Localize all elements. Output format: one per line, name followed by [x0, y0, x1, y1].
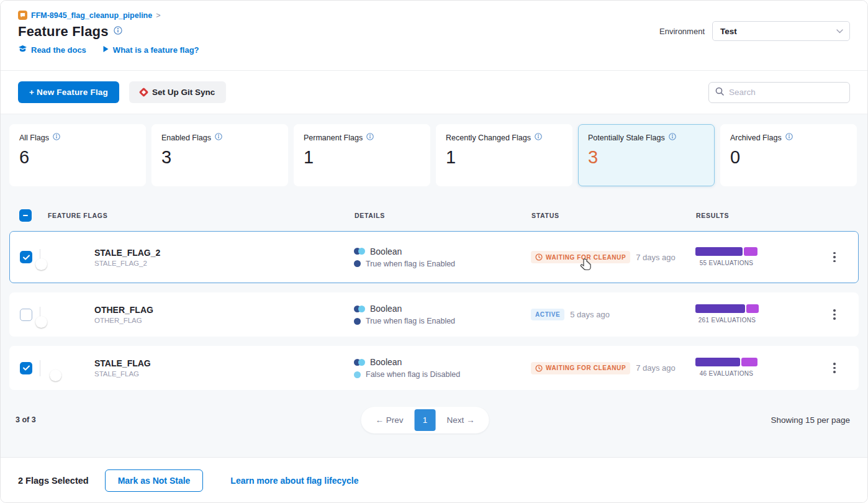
- breadcrumb-separator: >: [156, 11, 160, 20]
- stat-label: All Flags: [19, 134, 49, 142]
- row-checkbox[interactable]: [20, 362, 32, 374]
- stat-value: 3: [588, 147, 705, 168]
- search-icon: [715, 87, 724, 98]
- status-age: 7 days ago: [636, 253, 676, 262]
- info-icon[interactable]: [366, 133, 374, 142]
- stat-card-permanent-flags[interactable]: Permanent Flags 1: [294, 124, 430, 186]
- stat-label: Recently Changed Flags: [446, 134, 531, 142]
- stat-card-enabled-flags[interactable]: Enabled Flags 3: [151, 124, 288, 186]
- variation-dot: [354, 371, 361, 378]
- variation-dot: [354, 318, 361, 325]
- pager: ← Prev 1 Next →: [361, 407, 489, 433]
- stat-label: Potentially Stale Flags: [588, 134, 665, 142]
- stats-row: All Flags 6 Enabled Flags 3 Permanent Fl…: [9, 124, 859, 186]
- mark-not-stale-button[interactable]: Mark as Not Stale: [105, 469, 204, 492]
- table-row-other-flag[interactable]: OTHER_FLAG OTHER_FLAG Boolean True when …: [9, 292, 859, 337]
- stat-card-recently-changed-flags[interactable]: Recently Changed Flags 1: [436, 124, 572, 186]
- read-docs-label: Read the docs: [31, 45, 86, 55]
- row-count: 3 of 3: [16, 415, 36, 424]
- boolean-icon: [354, 306, 365, 312]
- evaluations-chart: 46 EVALUATIONS: [695, 358, 757, 377]
- selected-count: 2 Flags Selected: [18, 476, 89, 486]
- play-icon: [102, 45, 109, 55]
- flag-id: OTHER_FLAG: [94, 317, 354, 324]
- row-menu-button[interactable]: [826, 248, 843, 266]
- search-input[interactable]: [729, 88, 843, 97]
- environment-label: Environment: [659, 27, 705, 36]
- row-menu-button[interactable]: [826, 360, 843, 377]
- status-badge[interactable]: WAITING FOR CLEANUP: [531, 362, 630, 374]
- stat-value: 6: [19, 147, 136, 168]
- flag-name[interactable]: STALE_FLAG: [94, 358, 354, 368]
- git-sync-icon: [139, 88, 149, 97]
- info-icon[interactable]: [53, 133, 60, 142]
- flag-lifecycle-link[interactable]: Learn more about flag lifecycle: [230, 476, 358, 486]
- page-1-button[interactable]: 1: [415, 409, 436, 431]
- evaluations-chart: 261 EVALUATIONS: [695, 304, 759, 324]
- select-all-checkbox[interactable]: [19, 209, 32, 222]
- flag-variation: True when flag is Enabled: [366, 260, 455, 268]
- table-row-stale-flag[interactable]: STALE_FLAG STALE_FLAG Boolean False when…: [9, 346, 859, 390]
- flag-id: STALE_FLAG: [94, 370, 354, 378]
- clock-icon: [535, 253, 543, 261]
- flag-name[interactable]: STALE_FLAG_2: [94, 248, 354, 258]
- prev-page-button[interactable]: ← Prev: [364, 410, 415, 430]
- status-label: WAITING FOR CLEANUP: [546, 254, 626, 261]
- stat-value: 1: [446, 147, 563, 168]
- row-checkbox[interactable]: [20, 251, 32, 263]
- row-menu-button[interactable]: [826, 306, 843, 324]
- flag-type: Boolean: [370, 357, 402, 367]
- breadcrumb[interactable]: FFM-8945_flag_cleanup_pipeline >: [18, 11, 850, 20]
- variation-dot: [354, 260, 361, 267]
- new-feature-flag-button[interactable]: + New Feature Flag: [18, 81, 119, 103]
- git-sync-label: Set Up Git Sync: [152, 88, 215, 97]
- per-page-label: Showing 15 per page: [771, 415, 850, 425]
- column-header-details: DETAILS: [355, 212, 531, 219]
- stat-label: Permanent Flags: [304, 134, 363, 142]
- divider: [40, 360, 40, 376]
- stat-value: 3: [161, 147, 278, 168]
- flag-variation: False when flag is Disabled: [366, 370, 460, 379]
- row-checkbox[interactable]: [20, 309, 32, 321]
- evaluations-label: 46 EVALUATIONS: [695, 370, 757, 377]
- info-icon[interactable]: [215, 133, 222, 142]
- what-is-flag-link[interactable]: What is a feature flag?: [102, 45, 199, 55]
- status-label: ACTIVE: [535, 311, 560, 318]
- flag-variation: True when flag is Enabled: [366, 317, 455, 325]
- stat-card-all-flags[interactable]: All Flags 6: [9, 124, 146, 186]
- title-info-icon[interactable]: [114, 26, 122, 37]
- page-title: Feature Flags: [18, 24, 109, 40]
- environment-select[interactable]: Test: [712, 21, 850, 41]
- boolean-icon: [354, 248, 365, 255]
- status-badge[interactable]: WAITING FOR CLEANUP: [531, 251, 630, 263]
- clock-icon: [535, 365, 543, 372]
- content-area: All Flags 6 Enabled Flags 3 Permanent Fl…: [1, 114, 867, 457]
- status-age: 7 days ago: [636, 363, 676, 373]
- boolean-icon: [354, 359, 365, 366]
- flag-type: Boolean: [370, 247, 402, 256]
- breadcrumb-project[interactable]: FFM-8945_flag_cleanup_pipeline: [31, 11, 152, 20]
- evaluations-label: 55 EVALUATIONS: [695, 260, 757, 266]
- flag-type: Boolean: [370, 304, 402, 314]
- status-label: WAITING FOR CLEANUP: [546, 365, 626, 371]
- read-docs-link[interactable]: Read the docs: [18, 45, 86, 55]
- toolbar: + New Feature Flag Set Up Git Sync: [1, 71, 867, 114]
- flag-name[interactable]: OTHER_FLAG: [94, 305, 354, 315]
- what-is-flag-label: What is a feature flag?: [113, 45, 199, 55]
- info-icon[interactable]: [535, 133, 542, 142]
- search-box[interactable]: [708, 82, 850, 103]
- next-page-button[interactable]: Next →: [436, 410, 486, 430]
- table-row-stale-flag-2[interactable]: STALE_FLAG_2 STALE_FLAG_2 Boolean True w…: [9, 231, 859, 283]
- info-icon[interactable]: [785, 133, 793, 142]
- stat-card-archived-flags[interactable]: Archived Flags 0: [720, 124, 857, 186]
- project-icon: [18, 11, 27, 20]
- info-icon[interactable]: [669, 133, 676, 142]
- page-header: FFM-8945_flag_cleanup_pipeline > Feature…: [1, 1, 867, 71]
- setup-git-sync-button[interactable]: Set Up Git Sync: [129, 81, 226, 103]
- feature-flags-page: FFM-8945_flag_cleanup_pipeline > Feature…: [0, 0, 868, 503]
- status-badge[interactable]: ACTIVE: [531, 309, 564, 320]
- stat-value: 0: [730, 147, 847, 168]
- stat-card-potentially-stale-flags[interactable]: Potentially Stale Flags 3: [578, 124, 715, 186]
- evaluations-label: 261 EVALUATIONS: [695, 317, 759, 324]
- flag-id: STALE_FLAG_2: [94, 260, 354, 267]
